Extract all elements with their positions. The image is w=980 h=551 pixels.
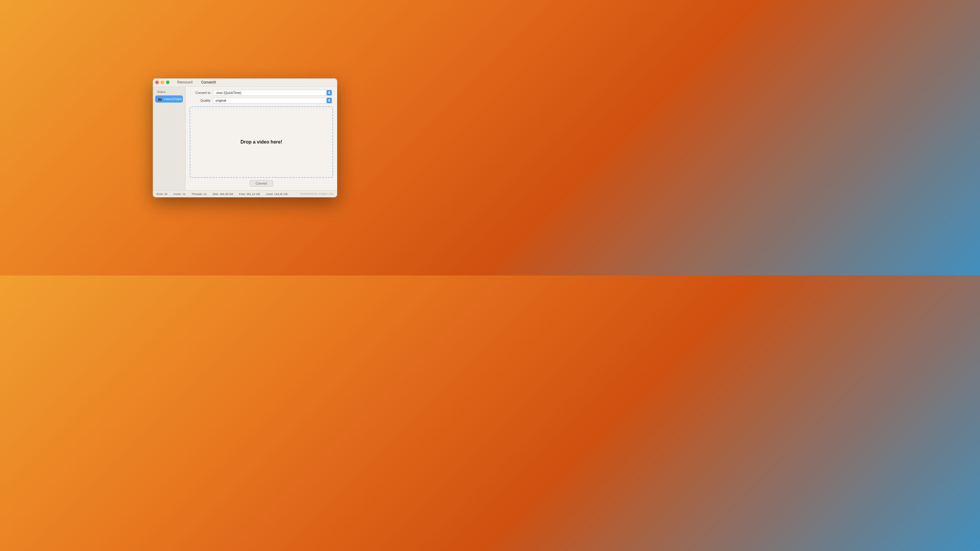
app-window: RemoveX ConvertX Video 🎬 Video2Video Con… xyxy=(153,78,337,197)
video2video-icon: 🎬 xyxy=(158,97,162,101)
convert-to-row: Convert to .mov (QuickTime) .mp4 (MPEG-4… xyxy=(190,90,333,96)
quality-select-wrapper: original high medium low xyxy=(213,97,333,103)
quality-label: Quality xyxy=(190,98,210,102)
convert-btn-row: Convert xyxy=(190,180,333,187)
dropzone-text: Drop a video here! xyxy=(240,140,282,145)
sidebar: Video 🎬 Video2Video xyxy=(153,87,186,190)
tab-convertx[interactable]: ConvertX xyxy=(197,79,220,86)
quality-select[interactable]: original high medium low xyxy=(213,97,333,103)
convert-button[interactable]: Convert xyxy=(250,180,274,187)
statusbar-free: Free: 351,14 GB xyxy=(239,192,260,195)
close-button[interactable] xyxy=(155,81,159,84)
screenshot-credit: Screenshot by Xnapper.com xyxy=(300,192,334,195)
controls-section: Convert to .mov (QuickTime) .mp4 (MPEG-4… xyxy=(190,90,333,103)
statusbar-threads: Threads: 12 xyxy=(191,192,207,195)
tab-removex[interactable]: RemoveX xyxy=(173,79,197,86)
sidebar-item-video2video-label: Video2Video xyxy=(164,97,182,101)
statusbar-ram: RAM: 16 xyxy=(156,192,167,195)
statusbar-used: Used: 143,25 GB xyxy=(266,192,288,195)
statusbar-disk: Disk: 494,38 GB xyxy=(213,192,233,195)
maximize-button[interactable] xyxy=(166,81,169,84)
convert-to-select[interactable]: .mov (QuickTime) .mp4 (MPEG-4) .avi .mkv… xyxy=(213,90,333,96)
convert-to-select-wrapper: .mov (QuickTime) .mp4 (MPEG-4) .avi .mkv… xyxy=(213,90,333,96)
content-area: Convert to .mov (QuickTime) .mp4 (MPEG-4… xyxy=(186,87,337,190)
titlebar-tabs: RemoveX ConvertX xyxy=(173,79,335,86)
statusbar-cores: Cores: 12 xyxy=(173,192,186,195)
sidebar-item-video2video[interactable]: 🎬 Video2Video xyxy=(155,95,183,103)
minimize-button[interactable] xyxy=(161,81,164,84)
main-area: Video 🎬 Video2Video Convert to .mov (Qui… xyxy=(153,87,337,190)
titlebar: RemoveX ConvertX xyxy=(153,78,337,87)
statusbar: RAM: 16 Cores: 12 Threads: 12 Disk: 494,… xyxy=(153,190,337,197)
drop-zone[interactable]: Drop a video here! xyxy=(190,106,333,178)
traffic-lights xyxy=(155,81,169,84)
sidebar-section-video: Video xyxy=(155,90,183,94)
quality-row: Quality original high medium low xyxy=(190,97,333,103)
convert-to-label: Convert to xyxy=(190,91,210,95)
